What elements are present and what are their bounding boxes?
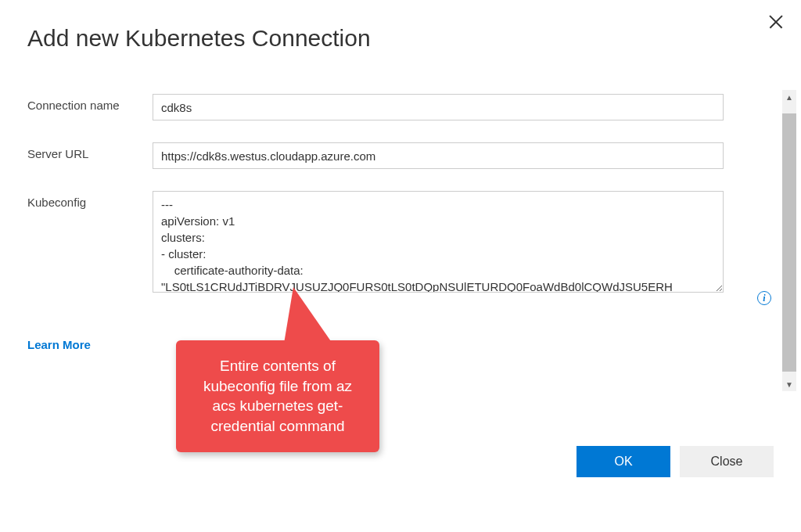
learn-more-link[interactable]: Learn More [27, 338, 91, 351]
info-icon[interactable]: i [757, 291, 771, 305]
kubeconfig-label: Kubeconfig [27, 191, 153, 209]
server-url-row: Server URL [27, 142, 770, 169]
dialog-title: Add new Kubernetes Connection [0, 0, 801, 52]
kubeconfig-row: Kubeconfig i [27, 191, 770, 293]
callout-pointer-icon [284, 287, 332, 343]
scroll-down-arrow[interactable]: ▼ [782, 377, 796, 391]
close-button[interactable]: Close [680, 446, 774, 477]
close-icon[interactable] [768, 14, 784, 30]
server-url-input[interactable] [153, 142, 724, 169]
connection-name-row: Connection name [27, 94, 770, 120]
scrollbar-thumb[interactable] [782, 113, 796, 372]
callout-text: Entire contents of kubeconfig file from … [203, 358, 352, 434]
form-area: Connection name Server URL Kubeconfig i … [27, 94, 770, 352]
scrollbar-track[interactable]: ▲ ▼ [782, 90, 796, 391]
button-bar: OK Close [577, 446, 774, 477]
server-url-label: Server URL [27, 142, 153, 160]
scroll-up-arrow[interactable]: ▲ [782, 90, 796, 104]
ok-button[interactable]: OK [577, 446, 670, 477]
kubeconfig-textarea[interactable] [153, 191, 724, 293]
connection-name-input[interactable] [153, 94, 724, 120]
connection-name-label: Connection name [27, 94, 153, 112]
annotation-callout: Entire contents of kubeconfig file from … [176, 340, 379, 452]
